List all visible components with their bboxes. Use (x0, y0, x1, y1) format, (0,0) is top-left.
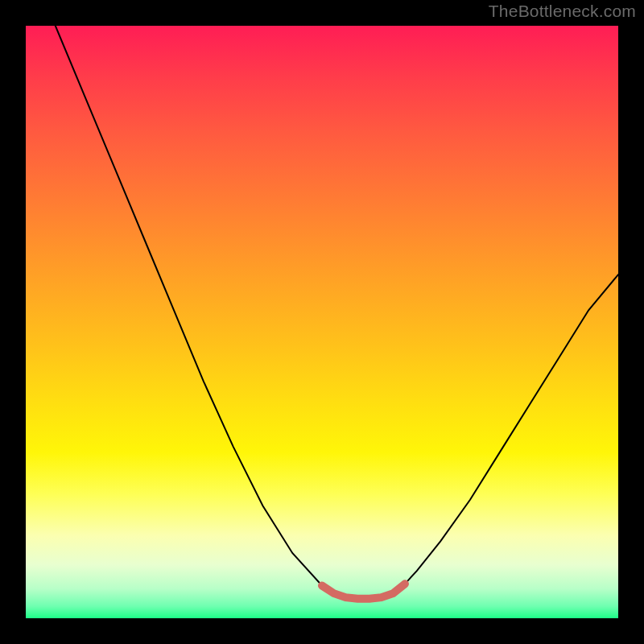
watermark-text: TheBottleneck.com (489, 2, 636, 21)
flat-marker-path (322, 584, 405, 598)
curve-path (56, 26, 618, 599)
chart-frame: TheBottleneck.com (0, 0, 644, 644)
plot-area (26, 26, 618, 618)
chart-svg (26, 26, 618, 618)
